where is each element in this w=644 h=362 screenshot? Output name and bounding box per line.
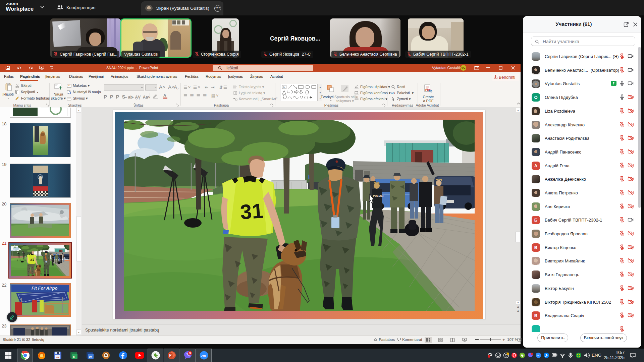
svg-text:x: x [73, 355, 75, 359]
svg-text:A: A [283, 85, 285, 89]
svg-text:=64:: =64: [56, 356, 60, 358]
svg-text:PDF: PDF [425, 88, 431, 92]
svg-text:w: w [89, 355, 92, 359]
svg-text:ab: ab [391, 92, 394, 95]
svg-text:5: 5 [189, 352, 191, 355]
svg-text:A: A [163, 93, 166, 98]
svg-text:P: P [169, 353, 171, 357]
svg-text:zm: zm [536, 354, 539, 357]
svg-text:zm: zm [201, 354, 206, 358]
svg-text:Fit For Airpo: Fit For Airpo [32, 286, 58, 291]
